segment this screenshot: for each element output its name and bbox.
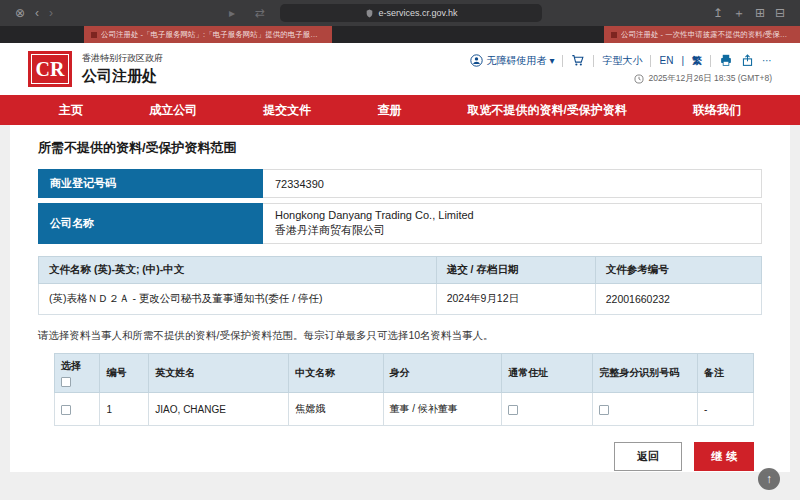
table-row: (英)表格ＮＤ２Ａ - 更改公司秘书及董事通知书(委任 / 停任) 2024年9… xyxy=(39,284,762,315)
lang-en-link[interactable]: EN xyxy=(659,55,673,66)
share-icon xyxy=(741,54,754,67)
print-button[interactable] xyxy=(719,54,733,67)
company-name-zh: 香港丹洋商贸有限公司 xyxy=(275,223,749,238)
divider xyxy=(593,55,594,67)
timestamp: 2025年12月26日 18:35 (GMT+8) xyxy=(470,73,772,85)
number-header: 编号 xyxy=(100,354,149,393)
chinese-name-header: 中文名称 xyxy=(289,354,383,393)
capacity-cell: 董事 / 候补董事 xyxy=(383,393,502,426)
site-header: CR 香港特别行政区政府 公司注册处 无障碍使用者 ▾ 字型大小 EN | 繁 xyxy=(0,43,800,95)
nav-incorporation[interactable]: 成立公司 xyxy=(149,102,197,119)
data-subjects-table: 选择 编号 英文姓名 中文名称 身分 通常住址 完整身分识别号码 备注 1 xyxy=(54,353,754,426)
select-header-label: 选择 xyxy=(61,359,81,373)
tab-label: 公司注册处 - 一次性申请披露不提供的资料/受保护资料 xyxy=(621,30,793,40)
select-all-checkbox[interactable] xyxy=(61,377,71,387)
tab-favicon xyxy=(91,32,97,38)
divider xyxy=(562,55,563,67)
close-tab-icon[interactable]: ⊗ xyxy=(10,6,30,20)
person-circle-icon xyxy=(470,54,483,67)
more-menu[interactable]: ⋯ xyxy=(762,55,772,66)
nav-contact[interactable]: 联络我们 xyxy=(693,102,741,119)
instruction-text: 请选择资料当事人和所需不提供的资料/受保护资料范围。每宗订单最多只可选择10名资… xyxy=(38,329,762,343)
shield-icon xyxy=(365,9,374,18)
lang-separator: | xyxy=(681,55,684,66)
back-to-top-button[interactable]: ↑ xyxy=(758,468,780,490)
doc-date-header: 递交 / 存档日期 xyxy=(436,257,595,284)
brn-label: 商业登记号码 xyxy=(38,169,263,198)
usual-address-cell xyxy=(502,393,593,426)
company-name-label: 公司名称 xyxy=(38,203,263,244)
divider xyxy=(710,55,711,67)
remarks-cell: - xyxy=(698,393,754,426)
full-id-header: 完整身分识别号码 xyxy=(593,354,698,393)
nav-home[interactable]: 主页 xyxy=(59,102,83,119)
chinese-name-cell: 焦嫦娥 xyxy=(289,393,383,426)
dept-title: 公司注册处 xyxy=(82,67,163,86)
remarks-header: 备注 xyxy=(698,354,754,393)
url-text: e-services.cr.gov.hk xyxy=(379,8,458,18)
font-size-control[interactable]: 字型大小 xyxy=(602,54,642,68)
brn-value: 72334390 xyxy=(275,178,749,190)
select-header: 选择 xyxy=(55,354,100,393)
doc-name-cell: (英)表格ＮＤ２Ａ - 更改公司秘书及董事通知书(委任 / 停任) xyxy=(39,284,437,315)
tab-overview-icon[interactable]: ⊞ xyxy=(750,6,770,20)
nav-withheld-info[interactable]: 取览不提供的资料/受保护资料 xyxy=(467,102,626,119)
table-row: 1 JIAO, CHANGE 焦嫦娥 董事 / 候补董事 - xyxy=(55,393,754,426)
full-id-checkbox[interactable] xyxy=(599,405,609,415)
company-name-row: 公司名称 Hongkong Danyang Trading Co., Limit… xyxy=(38,203,762,244)
capacity-header: 身分 xyxy=(383,354,502,393)
browser-toolbar: ⊗ ‹ › ▸ ⇄ e-services.cr.gov.hk ↥ ＋ ⊞ ⊟ xyxy=(0,0,800,26)
doc-date-cell: 2024年9月12日 xyxy=(436,284,595,315)
share-page-icon[interactable]: ↥ xyxy=(708,6,728,20)
row-select-checkbox[interactable] xyxy=(61,405,71,415)
page-card: 所需不提供的资料/受保护资料范围 商业登记号码 72334390 公司名称 Ho… xyxy=(10,125,790,472)
nav-search[interactable]: 查册 xyxy=(377,102,401,119)
row-number-cell: 1 xyxy=(100,393,149,426)
company-name-en: Hongkong Danyang Trading Co., Limited xyxy=(275,209,749,221)
printer-icon xyxy=(719,54,733,67)
new-tab-icon[interactable]: ＋ xyxy=(728,5,750,22)
address-bar[interactable]: e-services.cr.gov.hk xyxy=(280,4,542,22)
site-titles: 香港特别行政区政府 公司注册处 xyxy=(82,52,163,86)
accessibility-menu[interactable]: 无障碍使用者 ▾ xyxy=(470,54,554,68)
extension-icon[interactable]: ▸ xyxy=(224,6,240,20)
browser-tab-strip: 公司注册处 -「电子服务网站」:「电子服务网站」提供的电子服务、电子查询 公司注… xyxy=(0,26,800,43)
full-id-cell xyxy=(593,393,698,426)
window-copy-icon[interactable]: ⊟ xyxy=(770,6,790,20)
accessibility-label: 无障碍使用者 xyxy=(486,54,546,68)
document-table: 文件名称 (英)-英文; (中)-中文 递交 / 存档日期 文件参考编号 (英)… xyxy=(38,256,762,315)
lang-zh-link[interactable]: 繁 xyxy=(692,54,702,68)
usual-address-header: 通常住址 xyxy=(502,354,593,393)
back-icon[interactable]: ‹ xyxy=(30,6,44,20)
tab-favicon xyxy=(611,32,617,38)
english-name-header: 英文姓名 xyxy=(149,354,289,393)
arrow-up-icon: ↑ xyxy=(766,472,772,486)
browser-tab-current[interactable]: 公司注册处 - 一次性申请披露不提供的资料/受保护资料 xyxy=(604,26,800,43)
brn-row: 商业登记号码 72334390 xyxy=(38,169,762,198)
forward-icon[interactable]: › xyxy=(44,6,58,20)
continue-button[interactable]: 继续 xyxy=(694,442,754,471)
divider xyxy=(650,55,651,67)
browser-tab-eservices[interactable]: 公司注册处 -「电子服务网站」:「电子服务网站」提供的电子服务、电子查询 xyxy=(84,26,332,43)
content-area: 所需不提供的资料/受保护资料范围 商业登记号码 72334390 公司名称 Ho… xyxy=(0,125,800,500)
cart-button[interactable] xyxy=(571,54,585,67)
cart-icon xyxy=(571,54,585,67)
main-nav: 主页 成立公司 提交文件 查册 取览不提供的资料/受保护资料 联络我们 xyxy=(0,95,800,125)
doc-ref-cell: 22001660232 xyxy=(595,284,761,315)
timestamp-text: 2025年12月26日 18:35 (GMT+8) xyxy=(648,73,772,85)
share-button[interactable] xyxy=(741,54,754,67)
gov-title: 香港特别行政区政府 xyxy=(82,52,163,65)
cr-logo[interactable]: CR xyxy=(28,51,72,87)
nav-filing[interactable]: 提交文件 xyxy=(263,102,311,119)
back-button[interactable]: 返回 xyxy=(614,442,682,471)
usual-address-checkbox[interactable] xyxy=(508,405,518,415)
chevron-down-icon: ▾ xyxy=(549,55,554,66)
tab-label: 公司注册处 -「电子服务网站」:「电子服务网站」提供的电子服务、电子查询 xyxy=(101,30,325,40)
doc-ref-header: 文件参考编号 xyxy=(595,257,761,284)
action-buttons: 返回 继续 xyxy=(46,442,754,471)
translate-icon[interactable]: ⇄ xyxy=(250,6,270,20)
english-name-cell: JIAO, CHANGE xyxy=(149,393,289,426)
page-title: 所需不提供的资料/受保护资料范围 xyxy=(38,125,762,169)
row-select-cell xyxy=(55,393,100,426)
doc-name-header: 文件名称 (英)-英文; (中)-中文 xyxy=(39,257,437,284)
